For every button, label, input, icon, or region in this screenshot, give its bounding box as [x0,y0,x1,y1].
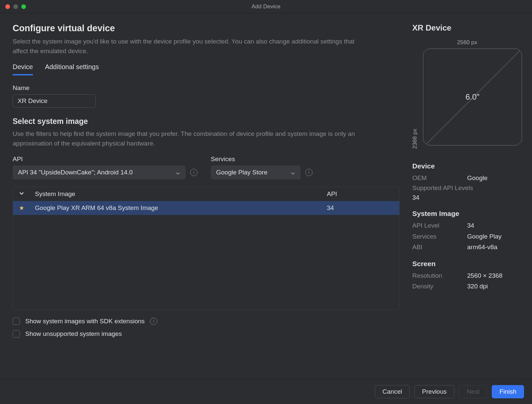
info-icon[interactable]: i [150,318,157,325]
next-button: Next [459,385,487,398]
info-icon[interactable]: i [190,169,198,176]
finish-button[interactable]: Finish [492,385,524,398]
preview-diagonal: 6.0" [466,92,479,102]
preview-width-label: 2560 px [412,39,522,46]
minimize-icon[interactable] [13,4,18,9]
services-filter-label: Services [211,155,313,163]
main-panel: Configure virtual device Select the syst… [0,13,412,379]
show-unsupported-checkbox[interactable] [13,330,20,338]
side-panel: XR Device 2560 px 2368 px 6.0" Device OE… [412,13,532,379]
table-empty-area [13,215,399,309]
close-icon[interactable] [5,4,10,9]
density-key: Density [412,281,467,292]
oem-value: Google [467,173,487,183]
api-filter-select[interactable]: API 34 "UpsideDownCake"; Android 14.0 [13,165,186,179]
table-row[interactable]: ★ Google Play XR ARM 64 v8a System Image… [13,201,399,215]
preview-height-label: 2368 px [412,39,418,149]
row-system-image-name: Google Play XR ARM 64 v8a System Image [35,204,327,212]
abi-key: ABI [412,242,467,252]
api-level-value: 34 [467,220,474,231]
traffic-lights [0,4,26,9]
show-unsupported-label: Show unsupported system images [25,330,122,338]
screen-section-heading: Screen [412,260,522,268]
chevron-down-icon[interactable] [19,190,24,195]
resolution-key: Resolution [412,270,467,281]
oem-key: OEM [412,173,467,183]
density-value: 320 dpi [467,281,488,292]
select-system-image-sub: Use the filters to help find the system … [13,129,362,148]
abi-value: arm64-v8a [467,242,497,252]
services-filter-select[interactable]: Google Play Store [211,165,301,179]
system-image-table: System Image API ★ Google Play XR ARM 64… [13,187,400,310]
name-label: Name [13,84,400,92]
supported-levels-key: Supported API Levels [412,183,522,193]
api-filter-value: API 34 "UpsideDownCake"; Android 14.0 [18,169,133,176]
page-subheading: Select the system image you'd like to us… [13,37,362,56]
select-system-image-heading: Select system image [13,117,400,126]
previous-button[interactable]: Previous [414,385,454,398]
table-header: System Image API [13,187,399,201]
tab-device[interactable]: Device [13,63,33,75]
info-icon[interactable]: i [305,169,313,176]
show-sdk-extensions-checkbox[interactable] [13,318,20,325]
device-section-heading: Device [412,162,522,170]
services-key: Services [412,231,467,242]
side-title: XR Device [412,23,522,33]
chevron-down-icon [176,170,180,175]
system-image-section-heading: System Image [412,210,522,218]
footer: Cancel Previous Next Finish [0,379,532,404]
services-value: Google Play [467,231,502,242]
api-level-key: API Level [412,220,467,231]
col-api[interactable]: API [327,190,393,198]
resolution-value: 2560 × 2368 [467,270,502,281]
col-system-image[interactable]: System Image [35,190,327,198]
window-title: Add Device [0,3,532,10]
tab-additional-settings[interactable]: Additional settings [45,63,99,75]
row-api: 34 [327,204,393,212]
name-input[interactable] [13,94,96,108]
chevron-down-icon [291,170,295,175]
maximize-icon[interactable] [21,4,26,9]
services-filter-value: Google Play Store [216,169,267,176]
supported-levels-value: 34 [412,193,522,203]
device-preview: 2560 px 2368 px 6.0" [412,39,522,149]
show-sdk-extensions-label: Show system images with SDK extensions [25,318,145,325]
page-heading: Configure virtual device [13,23,400,34]
tabs: Device Additional settings [13,63,400,76]
api-filter-label: API [13,155,198,163]
cancel-button[interactable]: Cancel [375,385,410,398]
star-icon: ★ [19,204,24,212]
titlebar: Add Device [0,0,532,13]
